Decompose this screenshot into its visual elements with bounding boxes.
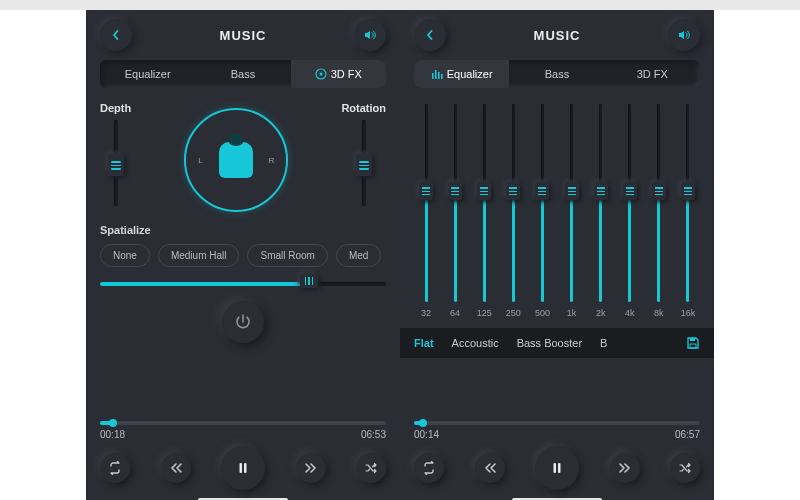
eq-band-label: 8k bbox=[654, 308, 664, 318]
head-icon bbox=[219, 142, 253, 178]
pause-icon bbox=[550, 461, 564, 475]
eq-band-label: 64 bbox=[450, 308, 460, 318]
pause-icon bbox=[236, 461, 250, 475]
back-button[interactable] bbox=[414, 19, 446, 51]
eq-band-label: 32 bbox=[421, 308, 431, 318]
fx-panel: Depth L R Rotation Spatialize bbox=[86, 98, 400, 413]
repeat-button[interactable] bbox=[414, 453, 444, 483]
progress-bar[interactable] bbox=[414, 421, 700, 425]
eq-panel: 32641252505001k2k4k8k16k FlatAccousticBa… bbox=[400, 98, 714, 413]
repeat-icon bbox=[422, 461, 436, 475]
svg-point-1 bbox=[319, 73, 322, 76]
tab-label: Equalizer bbox=[447, 68, 493, 80]
page-title: MUSIC bbox=[534, 28, 581, 43]
volume-icon bbox=[678, 29, 690, 41]
svg-rect-2 bbox=[240, 463, 243, 473]
next-button[interactable] bbox=[610, 453, 640, 483]
eq-band[interactable]: 250 bbox=[501, 104, 525, 318]
prev-icon bbox=[483, 461, 497, 475]
back-button[interactable] bbox=[100, 19, 132, 51]
eq-band[interactable]: 64 bbox=[443, 104, 467, 318]
repeat-button[interactable] bbox=[100, 453, 130, 483]
dial-left-label: L bbox=[198, 156, 202, 165]
prev-button[interactable] bbox=[161, 453, 191, 483]
next-button[interactable] bbox=[296, 453, 326, 483]
page-title: MUSIC bbox=[220, 28, 267, 43]
preset-item[interactable]: Accoustic bbox=[452, 337, 499, 349]
svg-rect-3 bbox=[244, 463, 247, 473]
phone-right: MUSIC Equalizer Bass 3D FX 3264125250500… bbox=[400, 10, 714, 500]
svg-rect-5 bbox=[435, 70, 437, 79]
chevron-left-icon bbox=[425, 30, 435, 40]
spatialize-chip[interactable]: Med bbox=[336, 244, 381, 267]
svg-rect-10 bbox=[554, 463, 557, 473]
shuffle-button[interactable] bbox=[356, 453, 386, 483]
rotation-slider[interactable] bbox=[352, 120, 376, 206]
next-icon bbox=[304, 461, 318, 475]
tab-label: 3D FX bbox=[331, 68, 362, 80]
save-icon bbox=[686, 336, 700, 350]
eq-band-label: 2k bbox=[596, 308, 606, 318]
tab-label: Bass bbox=[231, 68, 255, 80]
preset-item[interactable]: B bbox=[600, 337, 607, 349]
time-elapsed: 00:18 bbox=[100, 429, 125, 440]
preset-item[interactable]: Bass Booster bbox=[517, 337, 582, 349]
tab-bass[interactable]: Bass bbox=[509, 60, 604, 88]
shuffle-icon bbox=[678, 461, 692, 475]
eq-band[interactable]: 16k bbox=[676, 104, 700, 318]
eq-band[interactable]: 2k bbox=[589, 104, 613, 318]
time-total: 06:53 bbox=[361, 429, 386, 440]
power-icon bbox=[234, 313, 252, 331]
tab-equalizer[interactable]: Equalizer bbox=[414, 60, 509, 88]
eq-band-label: 16k bbox=[681, 308, 696, 318]
save-preset-button[interactable] bbox=[686, 336, 700, 350]
tab-3dfx[interactable]: 3D FX bbox=[291, 60, 386, 88]
eq-band[interactable]: 32 bbox=[414, 104, 438, 318]
eq-band[interactable]: 1k bbox=[560, 104, 584, 318]
eq-band[interactable]: 125 bbox=[472, 104, 496, 318]
next-icon bbox=[618, 461, 632, 475]
power-button[interactable] bbox=[222, 301, 264, 343]
eq-band-label: 4k bbox=[625, 308, 635, 318]
tab-label: Equalizer bbox=[125, 68, 171, 80]
preset-item[interactable]: Flat bbox=[414, 337, 434, 349]
tabs: Equalizer Bass 3D FX bbox=[414, 60, 700, 88]
spatialize-slider[interactable] bbox=[100, 279, 386, 289]
spatial-dial[interactable]: L R bbox=[184, 108, 288, 212]
time-total: 06:57 bbox=[675, 429, 700, 440]
tab-equalizer[interactable]: Equalizer bbox=[100, 60, 195, 88]
volume-button[interactable] bbox=[354, 19, 386, 51]
fx-icon bbox=[315, 68, 327, 80]
eq-band-label: 500 bbox=[535, 308, 550, 318]
tab-bass[interactable]: Bass bbox=[195, 60, 290, 88]
equalizer-icon bbox=[431, 68, 443, 80]
spatialize-chip[interactable]: Small Room bbox=[247, 244, 327, 267]
depth-slider[interactable] bbox=[104, 120, 128, 206]
eq-band-label: 250 bbox=[506, 308, 521, 318]
eq-band[interactable]: 8k bbox=[647, 104, 671, 318]
time-elapsed: 00:14 bbox=[414, 429, 439, 440]
pause-button[interactable] bbox=[535, 446, 579, 490]
eq-band[interactable]: 500 bbox=[530, 104, 554, 318]
svg-rect-6 bbox=[438, 72, 440, 79]
pause-button[interactable] bbox=[221, 446, 265, 490]
shuffle-button[interactable] bbox=[670, 453, 700, 483]
svg-rect-8 bbox=[690, 338, 695, 341]
volume-button[interactable] bbox=[668, 19, 700, 51]
prev-button[interactable] bbox=[475, 453, 505, 483]
header: MUSIC bbox=[86, 10, 400, 60]
tab-3dfx[interactable]: 3D FX bbox=[605, 60, 700, 88]
tab-label: 3D FX bbox=[637, 68, 668, 80]
spatialize-chips: NoneMedium HallSmall RoomMed bbox=[100, 244, 386, 267]
preset-row: FlatAccousticBass BoosterB bbox=[400, 328, 714, 358]
spatialize-chip[interactable]: Medium Hall bbox=[158, 244, 240, 267]
eq-band-label: 1k bbox=[567, 308, 577, 318]
spatialize-chip[interactable]: None bbox=[100, 244, 150, 267]
playback-bar: 00:14 06:57 bbox=[400, 413, 714, 500]
eq-band[interactable]: 4k bbox=[618, 104, 642, 318]
rotation-label: Rotation bbox=[341, 102, 386, 114]
dial-right-label: R bbox=[269, 156, 275, 165]
progress-bar[interactable] bbox=[100, 421, 386, 425]
svg-rect-11 bbox=[558, 463, 561, 473]
depth-label: Depth bbox=[100, 102, 131, 114]
